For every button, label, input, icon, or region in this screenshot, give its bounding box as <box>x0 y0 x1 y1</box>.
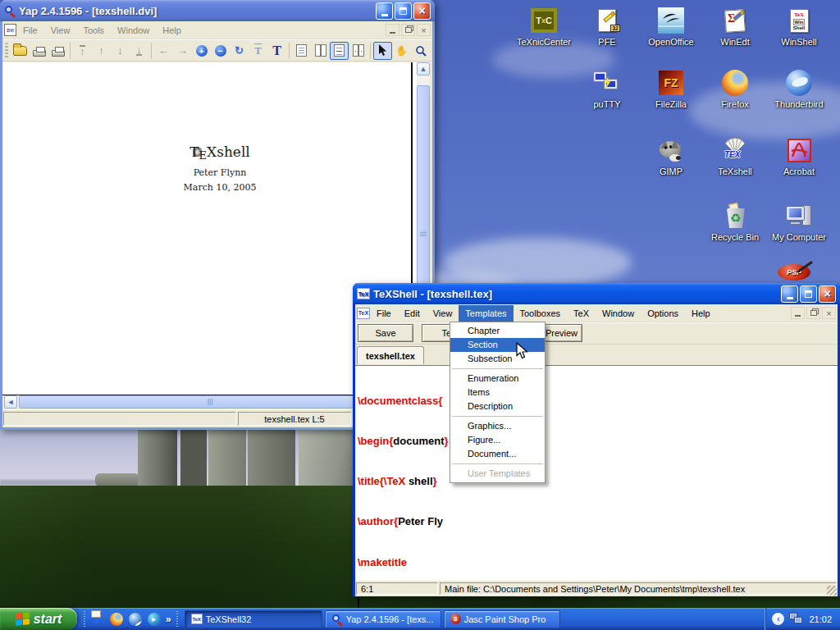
print-setup-icon[interactable] <box>48 42 67 60</box>
clock[interactable]: 21:02 <box>809 614 832 624</box>
scroll-left-button[interactable]: ◄ <box>4 395 17 409</box>
taskbar-button-label: TeXShell32 <box>206 614 252 624</box>
tab-texshell-tex[interactable]: texshell.tex <box>357 346 424 364</box>
menu-templates[interactable]: Templates <box>459 305 513 322</box>
scroll-up-button[interactable]: ▲ <box>417 62 430 75</box>
menu-file[interactable]: File <box>16 22 44 39</box>
toolbar-grip[interactable] <box>5 43 8 59</box>
menu-tex[interactable]: TeX <box>567 305 596 322</box>
menu-file[interactable]: File <box>370 305 398 322</box>
hand-tool-icon[interactable]: ✋ <box>392 42 411 60</box>
menu-item-user-templates[interactable]: User Templates <box>450 467 545 481</box>
horizontal-scroll-thumb[interactable] <box>19 395 401 409</box>
menu-item-enumeration[interactable]: Enumeration <box>450 372 545 386</box>
prev-page-icon[interactable]: ↑ <box>92 42 111 60</box>
maximize-button[interactable] <box>395 2 412 20</box>
network-tray-icon[interactable] <box>789 613 804 625</box>
status-message <box>3 412 236 426</box>
child-close-button[interactable]: × <box>417 24 431 36</box>
yap-titlebar[interactable]: Yap 2.4.1596 - [texshell.dvi] × <box>0 0 435 21</box>
desktop-icon-gimp[interactable]: GIMP <box>639 136 703 176</box>
media-player-icon[interactable]: ▸ <box>147 612 161 626</box>
menu-help[interactable]: Help <box>685 305 717 322</box>
single-page-view-icon[interactable] <box>292 42 311 60</box>
minimize-button[interactable] <box>376 2 393 20</box>
desktop-icon-texniccenter[interactable]: TxC TeXnicCenter <box>512 7 576 47</box>
back-icon[interactable]: ← <box>154 42 173 60</box>
save-button[interactable]: Save <box>358 324 413 342</box>
menu-window[interactable]: Window <box>111 22 156 39</box>
child-close-button[interactable]: × <box>822 307 836 319</box>
menu-item-chapter[interactable]: Chapter <box>450 324 545 338</box>
desktop-icon-my-computer[interactable]: My Computer <box>767 202 831 242</box>
menu-item-section[interactable]: Section <box>450 338 545 352</box>
tray-chevron-button[interactable]: ‹ <box>772 613 784 625</box>
last-page-icon[interactable]: ↓ <box>130 42 148 60</box>
child-restore-button[interactable] <box>401 24 415 36</box>
texshell-titlebar[interactable]: TeX TeXShell - [texshell.tex] × <box>353 283 840 304</box>
magnify-tool-icon[interactable] <box>411 42 430 60</box>
start-button[interactable]: start <box>0 608 77 630</box>
menu-help[interactable]: Help <box>156 22 188 39</box>
menu-item-subsection[interactable]: Subsection <box>450 352 545 366</box>
zoom-out-icon[interactable]: − <box>211 42 230 60</box>
desktop-icon-winshell[interactable]: TeX Win Shell WinShell <box>767 7 831 47</box>
menu-item-description[interactable]: Description <box>450 399 545 413</box>
child-restore-button[interactable] <box>806 307 820 319</box>
text-render-icon[interactable]: T <box>267 42 286 60</box>
menu-edit[interactable]: Edit <box>398 305 427 322</box>
taskbar-button-paint-shop-pro[interactable]: 8 Jasc Paint Shop Pro <box>444 610 560 628</box>
taskbar-button-texshell32[interactable]: TeX TeXShell32 <box>185 610 322 628</box>
forward-icon[interactable]: → <box>173 42 192 60</box>
print-icon[interactable] <box>30 42 48 60</box>
dvi-title: TEXshell <box>150 144 290 162</box>
close-button[interactable]: × <box>819 285 836 303</box>
menu-toolboxes[interactable]: Toolboxes <box>514 305 568 322</box>
taskbar: start e ▸ » TeX TeXShell32 Yap 2.4.1596 … <box>0 608 840 630</box>
desktop-icon-filezilla[interactable]: FZ FileZilla <box>639 69 703 109</box>
continuous-facing-view-icon[interactable] <box>349 42 368 60</box>
thunderbird-icon[interactable] <box>128 612 142 626</box>
quick-launch-overflow-chevron[interactable]: » <box>166 614 171 625</box>
ruler-tool-icon[interactable]: T <box>249 42 267 60</box>
taskbar-button-yap[interactable]: Yap 2.4.1596 - [texs... <box>325 610 441 628</box>
desktop-icon-texshell[interactable]: TEX TeXshell <box>703 136 767 176</box>
minimize-button[interactable] <box>781 285 798 303</box>
desktop-icon-openoffice[interactable]: OpenOffice <box>639 7 703 47</box>
menu-item-graphics[interactable]: Graphics... <box>450 419 545 433</box>
refresh-icon[interactable]: ↻ <box>230 42 249 60</box>
open-icon[interactable] <box>11 42 30 60</box>
child-minimize-button[interactable] <box>386 24 399 36</box>
menu-options[interactable]: Options <box>641 305 685 322</box>
editor[interactable]: \documentclass{ \begin{document} \title{… <box>355 365 838 580</box>
first-page-icon[interactable]: ↑ <box>73 42 92 60</box>
desktop-icon-winedt[interactable]: Σ WinEdt <box>703 7 767 47</box>
resize-grip[interactable] <box>827 586 837 596</box>
firefox-icon[interactable] <box>109 612 123 626</box>
facing-pages-view-icon[interactable] <box>311 42 330 60</box>
desktop-icon-pfe[interactable]: 32 PFE <box>575 7 639 47</box>
internet-explorer-icon[interactable]: e <box>90 612 104 626</box>
code-line: \author{Peter Fly <box>358 515 838 528</box>
menu-view[interactable]: View <box>427 305 459 322</box>
next-page-icon[interactable]: ↓ <box>111 42 130 60</box>
desktop-icon-thunderbird[interactable]: Thunderbird <box>767 69 831 109</box>
child-minimize-button[interactable] <box>791 307 805 319</box>
menu-item-document[interactable]: Document... <box>450 447 545 461</box>
menu-view[interactable]: View <box>44 22 77 39</box>
menu-item-items[interactable]: Items <box>450 386 545 399</box>
dvi-author: Peter Flynn <box>150 167 290 178</box>
continuous-view-icon[interactable] <box>330 42 349 60</box>
desktop-icon-recycle-bin[interactable]: ♻ Recycle Bin <box>703 202 767 242</box>
menu-tools[interactable]: Tools <box>76 22 111 39</box>
preview-button[interactable]: Preview <box>541 324 582 342</box>
desktop-icon-acrobat[interactable]: Acrobat <box>767 136 831 176</box>
zoom-in-icon[interactable]: + <box>192 42 211 60</box>
desktop-icon-putty[interactable]: puTTY <box>575 69 639 109</box>
menu-window[interactable]: Window <box>596 305 641 322</box>
menu-item-figure[interactable]: Figure... <box>450 433 545 447</box>
select-tool-icon[interactable] <box>373 42 392 60</box>
maximize-button[interactable] <box>800 285 817 303</box>
desktop-icon-firefox[interactable]: Firefox <box>703 69 767 109</box>
close-button[interactable]: × <box>413 2 431 20</box>
